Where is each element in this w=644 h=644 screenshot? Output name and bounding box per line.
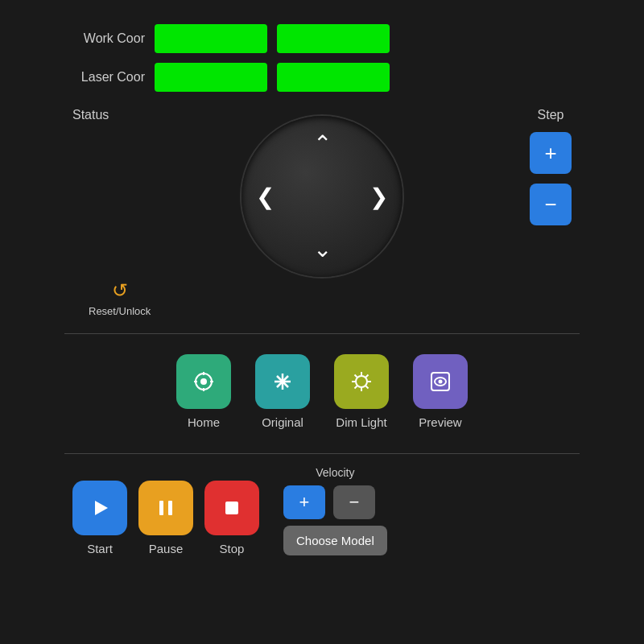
svg-point-10	[356, 376, 367, 387]
svg-rect-25	[225, 502, 238, 514]
status-label: Status	[72, 108, 109, 122]
velocity-buttons: + −	[283, 485, 375, 519]
dim-light-button[interactable]	[334, 354, 389, 409]
reset-unlock-button[interactable]: ↺ Reset/Unlock	[89, 279, 151, 317]
start-label: Start	[87, 542, 113, 555]
jog-down-button[interactable]: ⌄	[313, 236, 332, 262]
action-buttons-row: Home Original Dim Light Preview	[64, 346, 580, 437]
svg-point-21	[439, 380, 443, 384]
pause-label: Pause	[149, 542, 184, 555]
stop-button[interactable]	[204, 481, 259, 535]
step-minus-button[interactable]: −	[530, 184, 572, 225]
jog-right-button[interactable]: ❯	[369, 184, 388, 210]
pause-button[interactable]	[138, 481, 193, 535]
home-label: Home	[188, 415, 220, 429]
jog-area: ⌃ ⌄ ❮ ❯	[64, 116, 580, 277]
svg-rect-24	[168, 501, 172, 515]
dim-light-label: Dim Light	[336, 415, 386, 429]
control-row: Start Pause Stop Velocity + − Cho	[64, 466, 580, 555]
original-label: Original	[262, 415, 303, 429]
svg-line-16	[366, 386, 369, 389]
dim-light-item: Dim Light	[334, 354, 389, 429]
original-item: Original	[255, 354, 310, 429]
velocity-plus-button[interactable]: +	[283, 485, 325, 519]
laser-coor-box2	[277, 63, 390, 92]
svg-point-1	[200, 378, 207, 385]
svg-marker-22	[95, 501, 108, 515]
svg-line-18	[355, 386, 357, 389]
reset-icon: ↺	[112, 279, 128, 302]
preview-label: Preview	[419, 415, 461, 429]
work-coor-box2	[277, 24, 390, 53]
step-plus-button[interactable]: +	[530, 132, 572, 174]
start-button[interactable]	[72, 481, 127, 535]
preview-item: Preview	[413, 354, 468, 429]
svg-rect-23	[159, 501, 163, 515]
home-button[interactable]	[176, 354, 231, 409]
velocity-minus-button[interactable]: −	[333, 485, 375, 519]
stop-item: Stop	[204, 481, 259, 555]
reset-label: Reset/Unlock	[89, 305, 151, 317]
velocity-choose-group: Velocity + − Choose Model	[283, 466, 387, 555]
velocity-label: Velocity	[283, 466, 387, 479]
divider-2	[64, 453, 580, 454]
jog-section: Status ↺ Reset/Unlock ⌃ ⌄ ❮ ❯ Step + −	[64, 108, 580, 317]
work-coor-box1	[155, 24, 267, 53]
jog-up-button[interactable]: ⌃	[313, 130, 332, 157]
choose-model-button[interactable]: Choose Model	[283, 526, 387, 555]
home-item: Home	[176, 354, 231, 429]
work-coor-label: Work Coor	[64, 31, 145, 46]
work-coor-row: Work Coor	[64, 24, 580, 53]
coordinates-section: Work Coor Laser Coor	[64, 24, 580, 92]
jog-left-button[interactable]: ❮	[256, 184, 275, 210]
laser-coor-label: Laser Coor	[64, 70, 145, 85]
step-label: Step	[538, 108, 564, 122]
svg-line-15	[355, 375, 357, 378]
laser-coor-box1	[155, 63, 267, 92]
divider-1	[64, 333, 580, 334]
preview-button[interactable]	[413, 354, 468, 409]
start-item: Start	[72, 481, 127, 555]
stop-label: Stop	[220, 542, 245, 555]
playback-group: Start Pause Stop	[72, 481, 259, 555]
laser-coor-row: Laser Coor	[64, 63, 580, 92]
svg-line-17	[366, 375, 369, 378]
step-section: Step + −	[530, 108, 572, 225]
jog-circle: ⌃ ⌄ ❮ ❯	[242, 116, 402, 277]
original-button[interactable]	[255, 354, 310, 409]
pause-item: Pause	[138, 481, 193, 555]
